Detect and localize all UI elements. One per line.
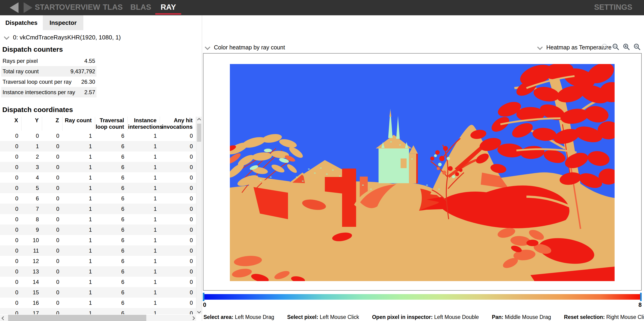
zoom-reset-icon[interactable] bbox=[612, 43, 620, 51]
table-row[interactable]: 01401610 bbox=[0, 277, 196, 287]
table-cell: 1 bbox=[128, 237, 160, 244]
dispatch-list-item[interactable]: 0: vkCmdTraceRaysKHR(1920, 1080, 1) bbox=[4, 32, 121, 43]
column-header-z[interactable]: Z bbox=[42, 117, 62, 131]
table-cell: 6 bbox=[95, 143, 128, 149]
legend-min-handle[interactable] bbox=[203, 293, 204, 301]
counter-label: Rays per pixel bbox=[2, 58, 38, 64]
nav-item-blas[interactable]: BLAS bbox=[130, 0, 151, 15]
table-row[interactable]: 01101610 bbox=[0, 245, 196, 256]
forward-arrow-icon[interactable] bbox=[24, 2, 32, 13]
zoom-in-icon[interactable] bbox=[623, 43, 630, 51]
vertical-scroll-thumb[interactable] bbox=[197, 124, 201, 142]
table-cell: 6 bbox=[95, 164, 128, 171]
nav-item-tlas[interactable]: TLAS bbox=[103, 0, 123, 15]
counter-label: Instance intersections per ray bbox=[2, 89, 75, 96]
table-row[interactable]: 0201610 bbox=[0, 151, 196, 162]
back-arrow-icon[interactable] bbox=[10, 2, 18, 13]
counters-section-title: Dispatch counters bbox=[2, 46, 63, 53]
dispatch-item-label: 0: vkCmdTraceRaysKHR(1920, 1080, 1) bbox=[13, 34, 121, 41]
scroll-right-icon[interactable] bbox=[192, 316, 195, 319]
column-header-any-hit-invocations[interactable]: Any hit invocations bbox=[160, 117, 196, 131]
column-header-traversal-loop-count[interactable]: Traversal loop count bbox=[95, 117, 128, 131]
table-row[interactable]: 0801610 bbox=[0, 214, 196, 225]
column-header-ray-count[interactable]: Ray count bbox=[62, 117, 95, 131]
scroll-down-icon[interactable] bbox=[198, 310, 201, 313]
table-row[interactable]: 01201610 bbox=[0, 256, 196, 266]
counter-label: Traversal loop count per ray bbox=[2, 79, 72, 85]
table-cell: 1 bbox=[128, 258, 160, 264]
nav-item-settings[interactable]: SETTINGS bbox=[594, 0, 632, 15]
table-row[interactable]: 0501610 bbox=[0, 183, 196, 193]
table-row[interactable]: 0401610 bbox=[0, 172, 196, 183]
column-header-instance-intersections[interactable]: Instance intersections bbox=[128, 117, 160, 131]
help-item: Open pixel in inspector: Left Mouse Doub… bbox=[372, 314, 479, 320]
table-cell: 0 bbox=[160, 206, 196, 212]
horizontal-scroll-thumb[interactable] bbox=[8, 315, 146, 321]
table-cell: 0 bbox=[42, 279, 62, 285]
table-row[interactable]: 01301610 bbox=[0, 266, 196, 277]
chevron-down-icon bbox=[537, 44, 543, 50]
table-row[interactable]: 0101610 bbox=[0, 141, 196, 151]
table-cell: 0 bbox=[42, 164, 62, 171]
zoom-out-icon[interactable] bbox=[633, 43, 641, 51]
table-cell: 0 bbox=[42, 153, 62, 160]
coordinates-table-body: 0001610010161002016100301610040161005016… bbox=[0, 131, 196, 314]
table-cell: 6 bbox=[22, 195, 42, 202]
table-cell: 0 bbox=[42, 300, 62, 306]
table-cell: 0 bbox=[160, 268, 196, 275]
table-cell: 0 bbox=[42, 237, 62, 244]
table-cell: 6 bbox=[95, 133, 128, 139]
table-row[interactable]: 01601610 bbox=[0, 297, 196, 308]
table-vertical-scrollbar[interactable] bbox=[196, 117, 202, 314]
table-row[interactable]: 0601610 bbox=[0, 193, 196, 204]
table-cell: 6 bbox=[95, 153, 128, 160]
table-cell: 9 bbox=[22, 227, 42, 233]
table-cell: 1 bbox=[62, 300, 95, 306]
scroll-up-icon[interactable] bbox=[198, 118, 201, 121]
table-cell: 1 bbox=[128, 153, 160, 160]
nav-item-overview[interactable]: OVERVIEW bbox=[59, 0, 100, 15]
panel-horizontal-scrollbar[interactable] bbox=[0, 315, 196, 321]
table-cell: 1 bbox=[128, 310, 160, 314]
tab-inspector[interactable]: Inspector bbox=[43, 15, 83, 30]
table-cell: 0 bbox=[22, 133, 42, 139]
zoom-toolbar bbox=[602, 43, 641, 51]
table-row[interactable]: 01701610 bbox=[0, 308, 196, 314]
tab-dispatches[interactable]: Dispatches bbox=[0, 15, 43, 30]
column-header-y[interactable]: Y bbox=[22, 117, 42, 131]
heatmap-image[interactable] bbox=[230, 64, 614, 281]
table-cell: 10 bbox=[22, 237, 42, 244]
table-cell: 1 bbox=[128, 300, 160, 306]
help-item: Select pixel: Left Mouse Click bbox=[287, 314, 359, 320]
table-row[interactable]: 0701610 bbox=[0, 204, 196, 214]
heatmap-style-dropdown[interactable]: Heatmap as Temperature bbox=[537, 42, 612, 52]
nav-item-start[interactable]: START bbox=[35, 0, 60, 15]
table-cell: 1 bbox=[128, 216, 160, 223]
table-row[interactable]: 0001610 bbox=[0, 131, 196, 141]
table-cell: 6 bbox=[95, 216, 128, 223]
table-cell: 1 bbox=[128, 164, 160, 171]
counter-row: Traversal loop count per ray26.30 bbox=[1, 77, 96, 87]
table-cell: 0 bbox=[0, 279, 22, 285]
table-cell: 6 bbox=[95, 195, 128, 202]
nav-item-ray[interactable]: RAY bbox=[161, 0, 176, 15]
table-cell: 0 bbox=[42, 175, 62, 181]
table-cell: 6 bbox=[95, 227, 128, 233]
table-cell: 0 bbox=[160, 164, 196, 171]
table-row[interactable]: 01501610 bbox=[0, 287, 196, 297]
table-cell: 0 bbox=[42, 133, 62, 139]
heatmap-mode-dropdown[interactable]: Color heatmap by ray count bbox=[205, 42, 285, 52]
table-cell: 0 bbox=[160, 143, 196, 149]
table-row[interactable]: 01001610 bbox=[0, 235, 196, 245]
table-row[interactable]: 0301610 bbox=[0, 162, 196, 172]
table-row[interactable]: 0901610 bbox=[0, 225, 196, 235]
counter-row: Instance intersections per ray2.57 bbox=[1, 87, 96, 97]
table-cell: 0 bbox=[160, 300, 196, 306]
legend-max-label: 8 bbox=[636, 301, 642, 308]
column-header-x[interactable]: X bbox=[0, 117, 22, 131]
table-cell: 0 bbox=[160, 227, 196, 233]
table-cell: 0 bbox=[0, 153, 22, 160]
legend-max-handle[interactable] bbox=[640, 293, 642, 301]
table-cell: 1 bbox=[128, 185, 160, 191]
scroll-left-icon[interactable] bbox=[2, 316, 5, 319]
